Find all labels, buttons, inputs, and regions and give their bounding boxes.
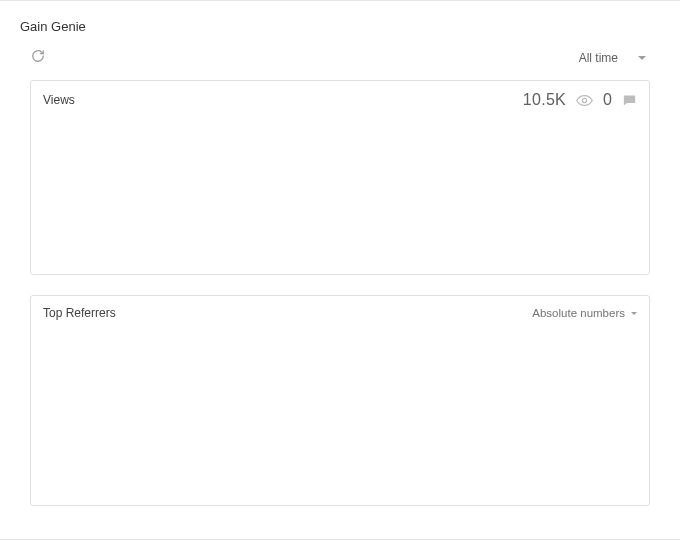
time-filter-label: All time [579, 51, 618, 65]
page-title: Gain Genie [20, 1, 660, 44]
referrers-card-header: Top Referrers Absolute numbers [31, 296, 649, 330]
chevron-down-icon [638, 56, 646, 60]
comment-icon [622, 93, 637, 108]
views-stats: 10.5K 0 [523, 91, 637, 109]
views-chart-area [31, 119, 649, 274]
toolbar: All time [20, 44, 660, 80]
views-count: 10.5K [523, 91, 566, 109]
comments-count: 0 [603, 91, 612, 109]
views-card-header: Views 10.5K 0 [31, 81, 649, 119]
referrers-card-title: Top Referrers [43, 306, 116, 320]
chevron-down-icon [631, 312, 637, 315]
views-card-title: Views [43, 93, 75, 107]
referrers-card: Top Referrers Absolute numbers [30, 295, 650, 506]
refresh-button[interactable] [28, 48, 48, 68]
views-card: Views 10.5K 0 [30, 80, 650, 275]
eye-icon [576, 92, 593, 109]
time-filter-dropdown[interactable]: All time [579, 51, 652, 65]
refresh-icon [31, 49, 45, 67]
referrers-mode-dropdown[interactable]: Absolute numbers [532, 307, 637, 319]
referrers-chart-area [31, 330, 649, 505]
referrers-mode-label: Absolute numbers [532, 307, 625, 319]
svg-point-0 [582, 98, 586, 102]
